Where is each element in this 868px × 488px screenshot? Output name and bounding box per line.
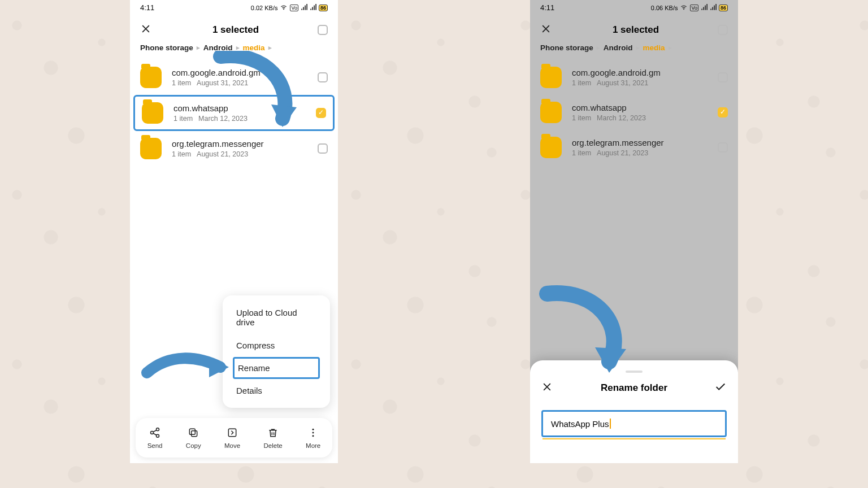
sheet-grabber[interactable] xyxy=(626,371,643,373)
folder-row[interactable]: org.telegram.messenger 1 itemAugust 21, … xyxy=(130,131,338,166)
select-all-checkbox[interactable] xyxy=(718,25,728,35)
share-icon xyxy=(149,427,160,440)
sheet-title: Rename folder xyxy=(555,382,713,394)
sheet-confirm-button[interactable] xyxy=(713,381,727,395)
chevron-right-icon: ▸ xyxy=(197,44,200,51)
phone-right: 4:11 0.06 KB/s Vo 86 1 selected Phone st… xyxy=(530,0,738,463)
folder-icon xyxy=(142,102,163,124)
crumb-phone-storage[interactable]: Phone storage xyxy=(540,43,593,52)
menu-compress[interactable]: Compress xyxy=(223,334,330,357)
crumb-android[interactable]: Android xyxy=(604,43,633,52)
crumb-phone-storage[interactable]: Phone storage xyxy=(140,43,193,52)
folder-icon xyxy=(140,67,162,88)
svg-point-3 xyxy=(313,428,314,430)
chevron-right-icon: ▸ xyxy=(236,44,240,51)
svg-point-4 xyxy=(313,432,314,433)
status-icons: 0.02 KB/s Vo 86 xyxy=(251,4,328,12)
action-label: More xyxy=(306,442,320,449)
delete-button[interactable]: Delete xyxy=(263,427,282,449)
wifi-icon xyxy=(680,4,688,12)
header-title: 1 selected xyxy=(154,24,318,36)
select-all-checkbox[interactable] xyxy=(318,25,328,35)
folder-icon xyxy=(140,138,162,159)
menu-upload-cloud[interactable]: Upload to Cloud drive xyxy=(223,301,330,334)
folder-icon xyxy=(540,137,562,158)
signal-icon xyxy=(701,4,708,12)
folder-icon xyxy=(540,67,562,88)
battery-icon: 86 xyxy=(319,5,328,11)
folder-name: com.google.android.gm xyxy=(572,68,718,77)
selection-header: 1 selected xyxy=(130,14,338,41)
battery-icon: 86 xyxy=(719,5,728,11)
row-checkbox[interactable] xyxy=(718,72,728,82)
selection-header: 1 selected xyxy=(530,14,738,41)
chevron-right-icon: ▸ xyxy=(268,44,272,51)
text-cursor xyxy=(610,419,611,429)
breadcrumb: Phone storage ▸ Android ▸ media ▸ xyxy=(130,41,338,56)
volte-icon: Vo xyxy=(690,5,698,11)
folder-name: com.whatsapp xyxy=(572,103,718,112)
close-selection-button[interactable] xyxy=(540,23,554,37)
signal-icon-2 xyxy=(310,4,316,12)
folder-meta: 1 itemMarch 12, 2023 xyxy=(173,115,316,123)
row-checkbox-checked[interactable] xyxy=(316,108,326,118)
status-time: 4:11 xyxy=(540,3,554,12)
signal-icon xyxy=(301,4,307,12)
folder-name: org.telegram.messenger xyxy=(572,138,718,147)
row-checkbox[interactable] xyxy=(318,143,328,154)
rename-input[interactable]: WhatsApp Plus xyxy=(541,410,727,437)
folder-meta: 1 itemMarch 12, 2023 xyxy=(572,114,718,122)
folder-row-selected[interactable]: com.whatsapp 1 itemMarch 12, 2023 xyxy=(530,95,738,130)
crumb-media[interactable]: media xyxy=(243,43,265,52)
breadcrumb: Phone storage ▸ Android ▸ media ▸ xyxy=(530,41,738,56)
folder-meta: 1 itemAugust 21, 2023 xyxy=(572,149,718,157)
rename-bottom-sheet: Rename folder WhatsApp Plus ✕ xyxy=(530,360,738,463)
crumb-media[interactable]: media xyxy=(643,43,665,52)
folder-icon xyxy=(540,102,562,123)
copy-icon xyxy=(188,427,199,440)
context-menu: Upload to Cloud drive Compress Rename De… xyxy=(223,295,330,408)
copy-button[interactable]: Copy xyxy=(186,427,201,449)
action-label: Send xyxy=(147,442,163,449)
status-bar: 4:11 0.06 KB/s Vo 86 xyxy=(530,0,738,14)
svg-rect-0 xyxy=(192,430,197,436)
folder-row[interactable]: org.telegram.messenger 1 itemAugust 21, … xyxy=(530,130,738,165)
folder-row[interactable]: com.google.android.gm 1 itemAugust 31, 2… xyxy=(130,60,338,95)
move-icon xyxy=(227,427,238,440)
wifi-icon xyxy=(280,4,288,12)
net-speed: 0.02 KB/s xyxy=(251,5,278,11)
move-button[interactable]: Move xyxy=(224,427,240,449)
row-checkbox[interactable] xyxy=(318,72,328,82)
svg-rect-2 xyxy=(228,429,236,436)
folder-list: com.google.android.gm 1 itemAugust 31, 2… xyxy=(530,56,738,395)
status-icons: 0.06 KB/s Vo 86 xyxy=(651,4,728,12)
row-checkbox-checked[interactable] xyxy=(718,107,728,117)
volte-icon: Vo xyxy=(290,5,298,11)
menu-rename[interactable]: Rename xyxy=(233,357,320,379)
folder-row[interactable]: com.google.android.gm 1 itemAugust 31, 2… xyxy=(530,60,738,95)
sheet-cancel-button[interactable] xyxy=(541,381,555,395)
crumb-android[interactable]: Android xyxy=(203,43,233,52)
row-checkbox[interactable] xyxy=(718,142,728,152)
header-title: 1 selected xyxy=(554,24,718,36)
folder-row-selected[interactable]: com.whatsapp 1 itemMarch 12, 2023 xyxy=(133,95,335,131)
close-selection-button[interactable] xyxy=(140,23,154,37)
folder-name: com.whatsapp xyxy=(173,103,316,113)
folder-meta: 1 itemAugust 31, 2021 xyxy=(172,79,318,87)
status-bar: 4:11 0.02 KB/s Vo 86 xyxy=(130,0,338,14)
folder-meta: 1 itemAugust 31, 2021 xyxy=(572,79,718,87)
folder-name: org.telegram.messenger xyxy=(172,139,318,149)
phone-left: 4:11 0.02 KB/s Vo 86 1 selected Phone st… xyxy=(130,0,338,463)
trash-icon xyxy=(267,427,279,440)
menu-details[interactable]: Details xyxy=(223,379,330,402)
bottom-action-bar: Send Copy Move Delete More xyxy=(136,418,332,457)
input-underline xyxy=(542,438,726,439)
folder-name: com.google.android.gm xyxy=(172,68,318,77)
send-button[interactable]: Send xyxy=(147,427,163,449)
folder-meta: 1 itemAugust 21, 2023 xyxy=(172,150,318,158)
status-time: 4:11 xyxy=(140,3,154,12)
net-speed: 0.06 KB/s xyxy=(651,5,678,11)
action-label: Copy xyxy=(186,442,201,449)
more-button[interactable]: More xyxy=(306,427,320,449)
svg-rect-1 xyxy=(190,429,196,434)
